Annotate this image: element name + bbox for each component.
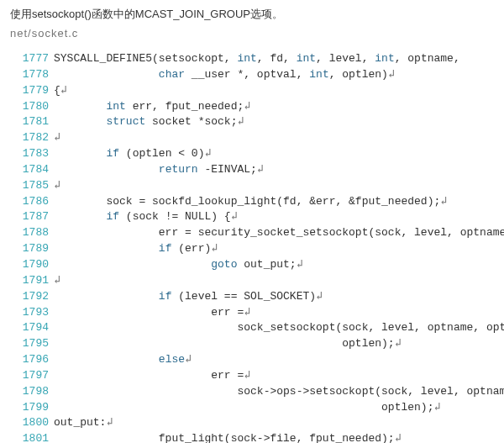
code-text: if (level == SOL_SOCKET)↲ — [54, 289, 323, 305]
code-text: err =↲ — [54, 368, 250, 384]
code-text: char __user *, optval, int, optlen)↲ — [54, 67, 395, 83]
code-line: 1778 char __user *, optval, int, optlen)… — [10, 67, 494, 83]
code-line: 1788 err = security_socket_setsockopt(so… — [10, 225, 494, 241]
code-text: optlen);↲ — [54, 400, 440, 416]
line-number: 1800 — [10, 415, 54, 431]
line-number: 1791 — [10, 273, 54, 289]
code-line: 1797 err =↲ — [10, 368, 494, 384]
code-text: sock->ops->setsockopt(sock, level, optna… — [54, 384, 504, 400]
line-number: 1790 — [10, 257, 54, 273]
code-line: 1798 sock->ops->setsockopt(sock, level, … — [10, 384, 494, 400]
line-number: 1778 — [10, 67, 54, 83]
code-line: 1795 optlen);↲ — [10, 336, 494, 352]
code-text: return -EINVAL;↲ — [54, 162, 264, 178]
line-number: 1785 — [10, 178, 54, 194]
code-line: 1787 if (sock != NULL) {↲ — [10, 209, 494, 225]
code-line: 1790 goto out_put;↲ — [10, 257, 494, 273]
code-text: sock = sockfd_lookup_light(fd, &err, &fp… — [54, 194, 447, 210]
line-number: 1795 — [10, 336, 54, 352]
code-text: sock_setsockopt(sock, level, optname, op… — [54, 320, 504, 336]
code-line: 1791↲ — [10, 273, 494, 289]
line-number: 1796 — [10, 352, 54, 368]
code-text: if (sock != NULL) {↲ — [54, 209, 237, 225]
line-number: 1788 — [10, 225, 54, 241]
code-text: struct socket *sock;↲ — [54, 114, 244, 130]
code-text: int err, fput_needed;↲ — [54, 99, 250, 115]
code-line: 1799 optlen);↲ — [10, 400, 494, 416]
code-line: 1781 struct socket *sock;↲ — [10, 114, 494, 130]
code-text: out_put:↲ — [54, 415, 113, 431]
code-text: if (optlen < 0)↲ — [54, 146, 211, 162]
line-number: 1777 — [10, 51, 54, 67]
code-line: 1780 int err, fput_needed;↲ — [10, 99, 494, 115]
line-number: 1793 — [10, 305, 54, 321]
line-number: 1782 — [10, 130, 54, 146]
code-line: 1783 if (optlen < 0)↲ — [10, 146, 494, 162]
code-text: {↲ — [54, 83, 67, 99]
code-text: ↲ — [54, 130, 60, 146]
code-text: SYSCALL_DEFINE5(setsockopt, int, fd, int… — [54, 51, 460, 67]
code-text: fput_light(sock->file, fput_needed);↲ — [54, 431, 402, 443]
code-line: 1784 return -EINVAL;↲ — [10, 162, 494, 178]
line-number: 1801 — [10, 431, 54, 443]
code-line: 1796 else↲ — [10, 352, 494, 368]
line-number: 1789 — [10, 241, 54, 257]
code-line: 1789 if (err)↲ — [10, 241, 494, 257]
code-line: 1785↲ — [10, 178, 494, 194]
code-line: 1801 fput_light(sock->file, fput_needed)… — [10, 431, 494, 443]
line-number: 1779 — [10, 83, 54, 99]
line-number: 1799 — [10, 400, 54, 416]
code-text: optlen);↲ — [54, 336, 402, 352]
code-text: ↲ — [54, 273, 60, 289]
code-text: goto out_put;↲ — [54, 257, 303, 273]
line-number: 1787 — [10, 209, 54, 225]
line-number: 1780 — [10, 99, 54, 115]
code-line: 1800out_put:↲ — [10, 415, 494, 431]
code-line: 1794 sock_setsockopt(sock, level, optnam… — [10, 320, 494, 336]
line-number: 1784 — [10, 162, 54, 178]
line-number: 1798 — [10, 384, 54, 400]
code-text: if (err)↲ — [54, 241, 218, 257]
code-line: 1779{↲ — [10, 83, 494, 99]
code-text: err = security_socket_setsockopt(sock, l… — [54, 225, 504, 241]
code-line: 1792 if (level == SOL_SOCKET)↲ — [10, 289, 494, 305]
line-number: 1794 — [10, 320, 54, 336]
line-number: 1783 — [10, 146, 54, 162]
code-line: 1786 sock = sockfd_lookup_light(fd, &err… — [10, 194, 494, 210]
code-text: err =↲ — [54, 305, 250, 321]
line-number: 1797 — [10, 368, 54, 384]
file-path: net/socket.c — [10, 27, 494, 40]
line-number: 1792 — [10, 289, 54, 305]
intro-text: 使用setsockopt()函数中的MCAST_JOIN_GROUP选项。 — [10, 7, 494, 22]
code-text: ↲ — [54, 178, 60, 194]
code-line: 1793 err =↲ — [10, 305, 494, 321]
line-number: 1786 — [10, 194, 54, 210]
code-block: 1777SYSCALL_DEFINE5(setsockopt, int, fd,… — [10, 51, 494, 443]
line-number: 1781 — [10, 114, 54, 130]
code-text: else↲ — [54, 352, 192, 368]
code-line: 1782↲ — [10, 130, 494, 146]
code-line: 1777SYSCALL_DEFINE5(setsockopt, int, fd,… — [10, 51, 494, 67]
